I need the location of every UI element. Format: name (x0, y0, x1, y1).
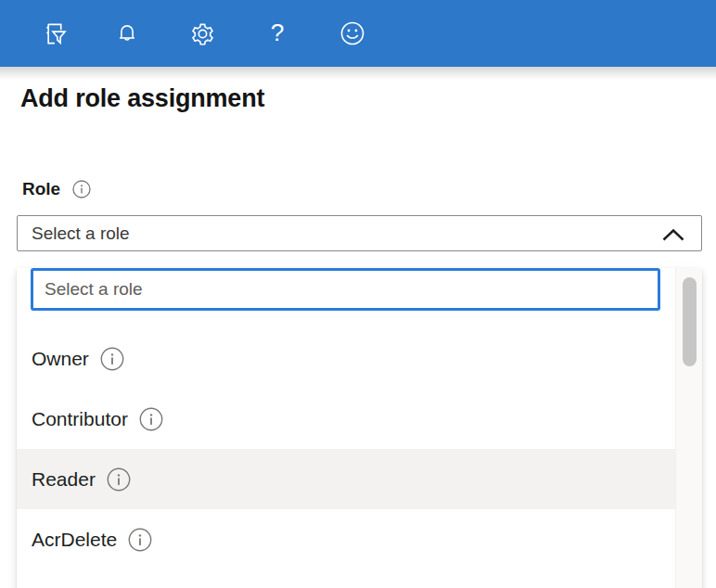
scrollbar-thumb[interactable] (683, 277, 697, 366)
role-search-input[interactable] (31, 268, 660, 311)
role-info-icon[interactable] (72, 180, 91, 198)
directory-filter-button[interactable] (37, 19, 67, 48)
info-icon[interactable] (128, 528, 152, 552)
option-label: Contributor (32, 408, 128, 430)
option-label: AcrDelete (32, 529, 117, 551)
info-icon[interactable] (107, 467, 131, 492)
role-options-list: Owner Contributor Reader (17, 328, 675, 569)
info-icon[interactable] (100, 347, 124, 371)
info-icon[interactable] (139, 407, 163, 431)
svg-text:?: ? (271, 19, 285, 46)
option-reader[interactable]: Reader (17, 449, 675, 509)
directory-filter-icon (38, 19, 67, 48)
top-bar: ? (0, 0, 716, 67)
settings-button[interactable] (187, 19, 217, 48)
role-field-label-row: Role (22, 179, 716, 199)
header-shadow (0, 67, 716, 80)
option-owner[interactable]: Owner (17, 328, 675, 389)
notifications-button[interactable] (112, 19, 142, 48)
help-question-icon: ? (263, 19, 291, 47)
role-select-value: Select a role (18, 224, 130, 244)
role-select[interactable]: Select a role (17, 215, 702, 251)
option-label: Owner (32, 348, 89, 370)
notifications-bell-icon (113, 19, 141, 47)
help-button[interactable]: ? (262, 19, 292, 48)
feedback-button[interactable] (338, 19, 367, 48)
option-contributor[interactable]: Contributor (17, 389, 675, 449)
role-dropdown-flyout: Owner Contributor Reader (17, 268, 702, 588)
option-label: Reader (32, 468, 96, 491)
dropdown-scrollbar[interactable] (675, 268, 702, 588)
role-label: Role (22, 179, 60, 199)
page-title: Add role assignment (20, 83, 716, 114)
chevron-up-icon (661, 227, 685, 246)
settings-gear-icon (188, 19, 217, 48)
feedback-smiley-icon (339, 19, 366, 47)
option-acrdelete[interactable]: AcrDelete (17, 509, 675, 569)
